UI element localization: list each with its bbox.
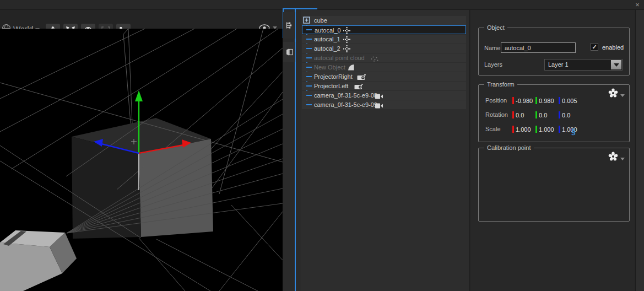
tree-item-autocal-2[interactable]: autocal_2: [302, 44, 466, 53]
tree-item-autocal-point-cloud[interactable]: autocal point cloud: [302, 53, 466, 62]
scene-tree-icon: [285, 21, 294, 30]
position-x-field[interactable]: -0.980: [512, 97, 533, 104]
layers-label: Layers: [484, 61, 502, 68]
position-z-field[interactable]: 0.005: [559, 97, 577, 104]
tree-item-label: autocal_2: [314, 44, 340, 53]
transform-groupbox: Transform Position -0.980 0.980 0.005: [478, 84, 630, 142]
gear-icon: [608, 151, 619, 162]
tree-item-label: camera_0f-31-5c-e9-09: [314, 100, 377, 109]
uniform-scale-link-icon[interactable]: §: [571, 127, 576, 136]
tree-item-projector-right[interactable]: ProjectorRight: [302, 72, 466, 81]
transform-group-title: Transform: [484, 81, 517, 88]
rotation-row: Rotation 0.0 0.0 0.0: [485, 111, 623, 119]
tree-item-autocal-0[interactable]: autocal_0: [302, 25, 466, 34]
rotation-x-field[interactable]: 0.0: [512, 111, 524, 118]
enabled-label: enabled: [602, 44, 624, 51]
tree-item-camera-08[interactable]: camera_0f-31-5c-e9-08: [302, 91, 466, 100]
position-label: Position: [485, 97, 507, 104]
tree-item-label: ProjectorRight: [314, 72, 353, 81]
tree-item-autocal-1[interactable]: autocal_1: [302, 35, 466, 44]
tab-scene-tree[interactable]: [283, 12, 295, 39]
position-y-field[interactable]: 0.980: [535, 97, 554, 104]
rotation-y-field[interactable]: 0.0: [535, 111, 547, 118]
camera-icon: [375, 102, 383, 111]
tab-panel-view[interactable]: [283, 42, 295, 62]
panel-icon: [285, 48, 294, 56]
layers-selected-value: Layer 1: [548, 61, 569, 68]
3d-viewport[interactable]: [0, 29, 283, 291]
chevron-down-icon: [620, 158, 625, 160]
layers-dropdown[interactable]: Layer 1: [544, 59, 623, 71]
object-group-title: Object: [484, 24, 507, 31]
window-title-bar: ×: [0, 0, 644, 10]
tree-item-new-object[interactable]: New Object: [302, 63, 466, 72]
tree-item-label: cube: [314, 16, 327, 25]
tree-item-cube[interactable]: cube: [302, 16, 466, 25]
scale-row: Scale 1.000 1.000 1.000: [485, 126, 623, 133]
object-groupbox: Object Name ✓ enabled Layers Layer 1: [478, 28, 630, 76]
close-icon[interactable]: ×: [632, 1, 642, 9]
cube-expand-icon[interactable]: [303, 17, 310, 26]
scale-y-field[interactable]: 1.000: [535, 126, 554, 133]
scrollbar-track[interactable]: [635, 10, 644, 291]
tree-item-label: New Object: [314, 63, 345, 72]
rotation-label: Rotation: [485, 111, 508, 118]
dropdown-arrow-icon[interactable]: [611, 60, 621, 69]
rotation-z-field[interactable]: 0.0: [559, 111, 570, 118]
enabled-checkbox[interactable]: ✓: [591, 43, 598, 51]
tree-item-camera-09[interactable]: camera_0f-31-5c-e9-09: [302, 100, 466, 109]
calibration-groupbox: Calibration point: [478, 148, 630, 222]
active-tab-border-top: [283, 8, 317, 9]
scale-x-field[interactable]: 1.000: [512, 126, 531, 133]
tree-item-projector-left[interactable]: ProjectorLeft: [302, 82, 466, 90]
tree-item-label: autocal_0: [315, 26, 341, 35]
divider: [469, 10, 470, 291]
calibration-group-title: Calibration point: [484, 144, 534, 151]
viewport-toolbar: World: [0, 10, 283, 29]
tree-item-label: camera_0f-31-5c-e9-08: [314, 91, 377, 100]
position-row: Position -0.980 0.980 0.005: [485, 97, 623, 105]
tree-item-label: autocal point cloud: [314, 53, 365, 62]
name-label: Name: [484, 45, 500, 51]
calibration-options-button[interactable]: [608, 151, 625, 162]
scale-label: Scale: [485, 126, 501, 132]
name-input[interactable]: [501, 42, 576, 53]
tree-item-label: ProjectorLeft: [314, 82, 348, 90]
application-window: × World: [0, 0, 644, 291]
tree-item-label: autocal_1: [314, 35, 340, 44]
